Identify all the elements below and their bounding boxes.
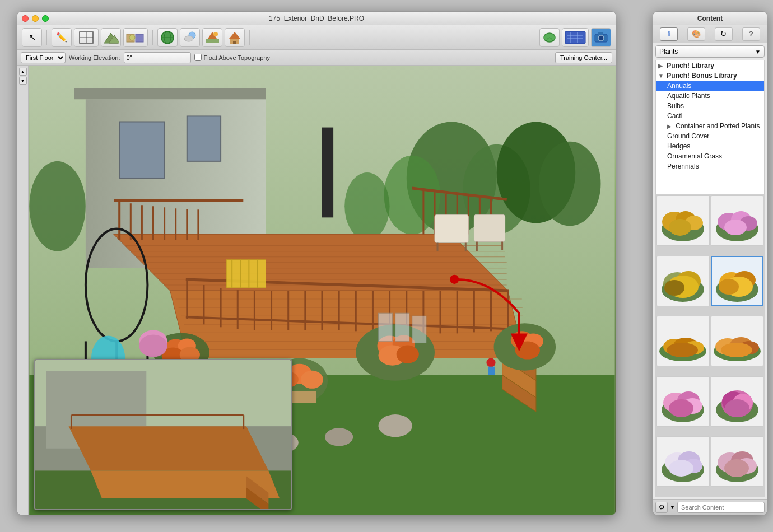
color-icon: 🎨 [692, 30, 701, 38]
gear-button[interactable]: ⚙ [655, 502, 668, 513]
panel-tabs: ℹ 🎨 ↻ ? [653, 25, 767, 43]
dropdown-small-icon: ▼ [670, 505, 675, 510]
expand-icon: ▶ [658, 63, 665, 69]
chevron-down-icon: ▼ [755, 49, 761, 55]
training-center-button[interactable]: Training Center... [555, 52, 612, 63]
ruler-arrows: ▲ ▼ [19, 66, 27, 85]
perennials-item[interactable]: Perennials [656, 161, 764, 171]
ground-cover-label: Ground Cover [667, 132, 709, 140]
thumbnail-3[interactable] [656, 256, 710, 306]
elevation-input[interactable] [124, 52, 191, 63]
thumbnails-grid [655, 194, 765, 497]
svg-point-140 [379, 414, 412, 437]
svg-rect-150 [412, 316, 426, 343]
svg-point-181 [719, 279, 739, 295]
thumbnail-8[interactable] [711, 376, 764, 427]
ground-cover-item[interactable]: Ground Cover [656, 131, 764, 141]
ornamental-grass-item[interactable]: Ornamental Grass [656, 151, 764, 161]
cursor-tool-button[interactable]: ↖ [22, 28, 42, 47]
blueprint-button[interactable] [562, 28, 589, 47]
thumbnail-1[interactable] [656, 195, 710, 246]
float-checkbox-label[interactable]: Float Above Topography [194, 54, 270, 61]
tab-info[interactable]: ℹ [660, 27, 678, 41]
svg-point-206 [669, 460, 693, 477]
tab-help[interactable]: ? [742, 27, 760, 41]
hedges-item[interactable]: Hedges [656, 141, 764, 151]
search-input[interactable] [677, 502, 765, 513]
camera-button[interactable] [591, 28, 611, 47]
category-dropdown[interactable]: Plants ▼ [655, 45, 765, 58]
materials-icon [125, 30, 146, 45]
thumbnail-4[interactable] [711, 256, 764, 306]
container-plants-item[interactable]: ▶ Container and Potted Plants [656, 121, 764, 131]
thumbnail-7[interactable] [656, 376, 710, 427]
svg-point-15 [213, 32, 218, 36]
svg-point-32 [539, 142, 601, 226]
tab-color[interactable]: 🎨 [687, 27, 705, 41]
minimize-button[interactable] [32, 15, 39, 22]
svg-point-196 [669, 399, 693, 417]
bulbs-item[interactable]: Bulbs [656, 101, 764, 111]
materials-button[interactable] [123, 28, 148, 47]
container-label: Container and Potted Plants [676, 122, 760, 130]
thumbnail-2[interactable] [711, 195, 764, 246]
blueprint-icon [564, 30, 586, 45]
svg-rect-27 [598, 32, 603, 35]
float-checkbox[interactable] [194, 54, 202, 61]
weather-button[interactable] [180, 28, 200, 47]
punch-bonus-library-item[interactable]: ▼ Punch! Bonus Library [656, 71, 764, 81]
svg-point-26 [598, 35, 604, 41]
draw-tool-button[interactable]: ✏️ [52, 28, 72, 47]
main-content-area: ▲ ▼ [17, 66, 616, 515]
close-button[interactable] [22, 15, 29, 22]
svg-point-35 [29, 161, 85, 251]
plant-tool-button[interactable] [539, 28, 560, 47]
svg-point-33 [384, 156, 441, 235]
maximize-button[interactable] [42, 15, 49, 22]
svg-point-126 [301, 371, 323, 389]
traffic-lights [22, 15, 49, 22]
house-button[interactable] [225, 28, 245, 47]
camera-icon [593, 30, 609, 45]
tab-rotate[interactable]: ↻ [715, 27, 733, 41]
thumbnail-10[interactable] [711, 436, 764, 487]
floor-plan-button[interactable] [74, 28, 99, 47]
cacti-item[interactable]: Cacti [656, 111, 764, 121]
svg-point-138 [486, 358, 495, 367]
terrain-icon [103, 30, 119, 45]
svg-point-34 [344, 172, 389, 240]
cacti-label: Cacti [667, 112, 682, 120]
globe-button[interactable] [157, 28, 178, 47]
svg-point-191 [721, 343, 752, 357]
svg-rect-39 [187, 116, 221, 161]
terrain-button[interactable] [101, 28, 121, 47]
house-icon [227, 30, 243, 45]
svg-marker-16 [229, 32, 240, 39]
annuals-item[interactable]: Annuals [656, 81, 764, 91]
thumbnail-6[interactable] [711, 316, 764, 366]
thumbnail-9[interactable] [656, 436, 710, 487]
weather-icon [182, 30, 198, 45]
library-tree[interactable]: ▶ Punch! Library ▼ Punch! Bonus Library … [655, 60, 765, 194]
viewport-3d[interactable] [29, 66, 616, 515]
expand-container-icon: ▶ [667, 123, 674, 129]
svg-rect-20 [565, 31, 585, 44]
thumbnail-5[interactable] [656, 316, 710, 366]
window-title: 175_Exterior_DnD_Before.PRO [269, 15, 364, 22]
svg-point-171 [724, 220, 747, 235]
svg-point-12 [184, 36, 193, 41]
punch-library-item[interactable]: ▶ Punch! Library [656, 60, 764, 71]
zoom-in-button[interactable]: ▲ [19, 68, 27, 76]
toolbar-separator-1 [46, 30, 47, 45]
floor-select[interactable]: First Floor [21, 52, 66, 63]
help-icon: ? [749, 30, 753, 38]
zoom-out-button[interactable]: ▼ [19, 77, 27, 85]
toolbar-separator-3 [249, 30, 250, 45]
landscape-button[interactable] [202, 28, 222, 47]
mini-preview-svg [35, 360, 291, 509]
cursor-icon: ↖ [29, 32, 36, 43]
aquatic-plants-item[interactable]: Aquatic Plants [656, 91, 764, 101]
mini-preview-inner [35, 360, 291, 509]
svg-rect-148 [379, 313, 393, 341]
svg-point-186 [667, 343, 698, 357]
